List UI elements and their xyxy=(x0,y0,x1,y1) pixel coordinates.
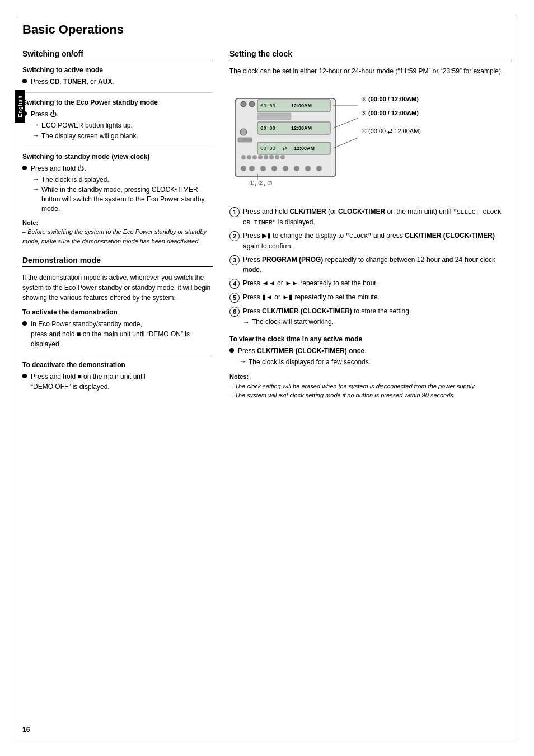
side-tab-label: English xyxy=(17,95,23,118)
side-tab: English xyxy=(15,90,25,123)
deactivate-demo-heading: To deactivate the demonstration xyxy=(22,361,213,369)
view-clock-heading: To view the clock time in any active mod… xyxy=(229,335,512,343)
svg-point-31 xyxy=(316,166,322,171)
bullet-icon xyxy=(229,348,234,353)
standby-note: Note: – Before switching the system to t… xyxy=(22,218,213,246)
svg-text:(00:00 / 12:00AM): (00:00 / 12:00AM) xyxy=(368,96,419,102)
svg-text:④: ④ xyxy=(361,128,367,134)
bullet-icon xyxy=(22,79,27,83)
bullet-icon xyxy=(22,166,27,170)
clock-steps: 1 Press and hold CLK/TIMER (or CLOCK•TIM… xyxy=(229,206,512,328)
clock-intro: The clock can be set in either 12-hour o… xyxy=(229,66,512,76)
svg-point-19 xyxy=(258,155,263,159)
eco-arrow2: → The display screen will go blank. xyxy=(32,132,213,141)
svg-point-1 xyxy=(241,101,246,107)
svg-text:(00:00 ⇄ 12:00AM): (00:00 ⇄ 12:00AM) xyxy=(368,128,421,134)
two-col-layout: Switching on/off Switching to active mod… xyxy=(22,49,512,734)
switching-section: Switching on/off Switching to active mod… xyxy=(22,49,213,246)
standby-clock-bullet: Press and hold ⏻. xyxy=(22,163,213,173)
eco-mode-bullet: Press ⏻. xyxy=(22,109,213,119)
demo-title: Demonstration mode xyxy=(22,256,213,267)
svg-point-21 xyxy=(269,155,274,159)
eco-mode-heading: Switching to the Eco Power standby mode xyxy=(22,98,213,106)
eco-arrow1-text: ECO POWER button lights up. xyxy=(41,121,133,130)
step-3: 3 Press PROGRAM (PROG) repeatedly to cha… xyxy=(229,255,512,275)
svg-point-29 xyxy=(294,166,299,171)
arrow-icon: → xyxy=(32,185,39,193)
svg-rect-11 xyxy=(238,138,252,142)
step-6-arrow: → The clock will start working. xyxy=(243,317,411,327)
clock-notes-block: Notes: – The clock setting will be erase… xyxy=(229,372,512,400)
svg-text:①, ②, ⑦: ①, ②, ⑦ xyxy=(249,180,273,186)
bullet-icon xyxy=(22,321,27,326)
deactivate-demo-bullet: Press and hold ■ on the main unit until … xyxy=(22,372,213,392)
svg-rect-6 xyxy=(257,113,291,120)
view-clock-section: To view the clock time in any active mod… xyxy=(229,335,512,367)
activate-demo-text: In Eco Power standby/standby mode, press… xyxy=(31,319,213,349)
svg-point-23 xyxy=(280,155,285,159)
note-text: – Before switching the system to the Eco… xyxy=(22,228,207,245)
step-3-text: Press PROGRAM (PROG) repeatedly to chang… xyxy=(243,255,512,275)
step-2: 2 Press ▶▮ to change the display to "CLO… xyxy=(229,231,512,251)
step-5-text: Press ▮◄ or ►▮ repeatedly to set the min… xyxy=(243,292,380,302)
step-2-text: Press ▶▮ to change the display to "CLOCK… xyxy=(243,231,512,251)
svg-point-2 xyxy=(249,101,255,107)
svg-text:(00:00 / 12:00AM): (00:00 / 12:00AM) xyxy=(368,110,419,116)
clock-title: Setting the clock xyxy=(229,49,512,60)
view-clock-bullet: Press CLK/TIMER (CLOCK•TIMER) once. xyxy=(229,346,512,356)
activate-demo-bullet: In Eco Power standby/standby mode, press… xyxy=(22,319,213,349)
divider3 xyxy=(22,355,213,355)
clock-diagram-container: 00:00 12:00AM 00:00 12:00AM 00:00 xyxy=(229,82,512,198)
demo-intro: If the demonstration mode is active, whe… xyxy=(22,273,213,303)
step-4-number: 4 xyxy=(229,279,240,289)
svg-point-20 xyxy=(264,155,268,159)
eco-arrow2-text: The display screen will go blank. xyxy=(41,132,138,141)
step-6-text: Press CLK/TIMER (CLOCK•TIMER) to store t… xyxy=(243,306,411,328)
svg-line-35 xyxy=(333,118,358,128)
active-mode-text: Press CD, TUNER, or AUX. xyxy=(31,77,114,87)
svg-text:12:00AM: 12:00AM xyxy=(294,145,315,151)
active-mode-heading: Switching to active mode xyxy=(22,66,213,74)
svg-text:00:00: 00:00 xyxy=(260,104,275,109)
svg-point-16 xyxy=(241,155,246,159)
standby-clock-heading: Switching to standby mode (view clock) xyxy=(22,153,213,161)
notes-label: Notes: xyxy=(229,373,249,380)
divider1 xyxy=(22,92,213,93)
svg-point-26 xyxy=(260,166,266,171)
note-label: Note: xyxy=(22,219,38,226)
switching-title: Switching on/off xyxy=(22,49,213,60)
demo-section: Demonstration mode If the demonstration … xyxy=(22,256,213,392)
clock-diagram-svg: 00:00 12:00AM 00:00 12:00AM 00:00 xyxy=(229,87,431,188)
step-2-number: 2 xyxy=(229,231,240,241)
step-3-number: 3 xyxy=(229,255,240,265)
svg-point-27 xyxy=(271,166,277,171)
svg-point-30 xyxy=(305,166,311,171)
standby-arrow1: → The clock is displayed. xyxy=(32,175,213,185)
step-5-number: 5 xyxy=(229,293,240,303)
standby-arrow1-text: The clock is displayed. xyxy=(41,175,109,185)
right-column: Setting the clock The clock can be set i… xyxy=(229,49,512,734)
svg-text:⑥: ⑥ xyxy=(361,96,367,102)
svg-text:12:00AM: 12:00AM xyxy=(291,103,312,109)
divider2 xyxy=(22,147,213,147)
step-4-text: Press ◄◄ or ►► repeatedly to set the hou… xyxy=(243,278,378,288)
activate-demo-heading: To activate the demonstration xyxy=(22,308,213,316)
svg-point-17 xyxy=(247,155,251,159)
standby-arrow2-text: While in the standby mode, pressing CLOC… xyxy=(41,185,213,213)
page-inner: English Basic Operations Switching on/of… xyxy=(22,22,512,734)
view-clock-text: Press CLK/TIMER (CLOCK•TIMER) once. xyxy=(238,346,367,356)
svg-point-28 xyxy=(283,166,288,171)
step-6-number: 6 xyxy=(229,307,240,317)
step-6: 6 Press CLK/TIMER (CLOCK•TIMER) to store… xyxy=(229,306,512,328)
step-1-text: Press and hold CLK/TIMER (or CLOCK•TIMER… xyxy=(243,206,512,227)
clock-notes: Notes: – The clock setting will be erase… xyxy=(229,372,512,400)
svg-point-25 xyxy=(249,166,255,171)
clock-section: Setting the clock The clock can be set i… xyxy=(229,49,512,400)
step-4: 4 Press ◄◄ or ►► repeatedly to set the h… xyxy=(229,278,512,289)
svg-text:⑤: ⑤ xyxy=(361,110,367,116)
step-5: 5 Press ▮◄ or ►▮ repeatedly to set the m… xyxy=(229,292,512,303)
arrow-icon: → xyxy=(32,132,39,139)
bullet-icon xyxy=(22,374,27,378)
svg-point-10 xyxy=(240,129,247,135)
eco-mode-text: Press ⏻. xyxy=(31,109,58,119)
